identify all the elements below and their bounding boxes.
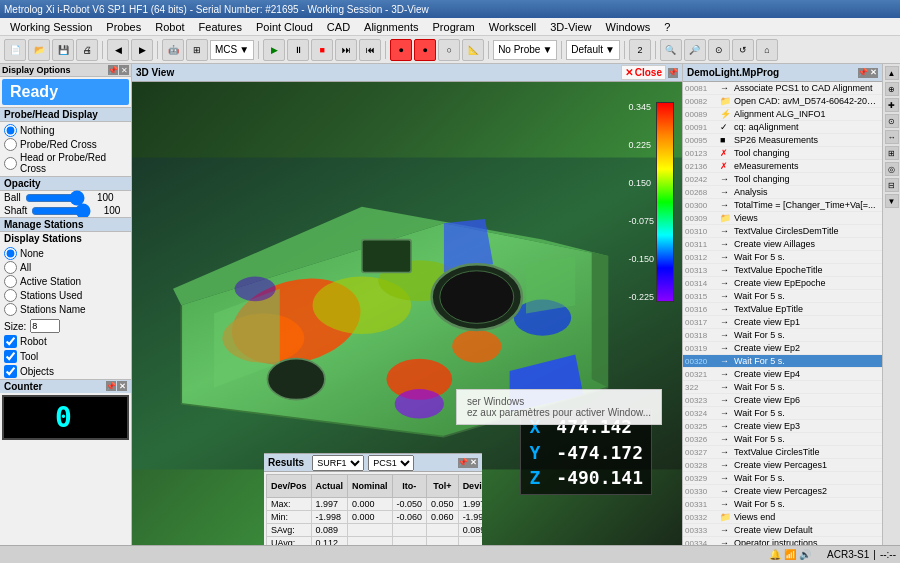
tool-check-row[interactable]: Tool — [0, 349, 131, 364]
far-right-btn-2[interactable]: ⊕ — [885, 82, 899, 96]
menu-help[interactable]: ? — [658, 20, 676, 34]
toolbar-circle[interactable]: ○ — [438, 39, 460, 61]
program-list[interactable]: 00081 → Associate PCS1 to CAD Alignment … — [683, 82, 882, 563]
far-right-btn-6[interactable]: ⊞ — [885, 146, 899, 160]
far-right-btn-9[interactable]: ▼ — [885, 194, 899, 208]
menu-working-session[interactable]: Working Session — [4, 20, 98, 34]
prog-row-00324[interactable]: 00324 → Wait For 5 s. — [683, 407, 882, 420]
shaft-slider[interactable] — [31, 207, 91, 215]
objects-checkbox[interactable] — [4, 365, 17, 378]
toolbar-mcs-dropdown[interactable]: MCS ▼ — [210, 40, 254, 60]
prog-row-00329[interactable]: 00329 → Wait For 5 s. — [683, 472, 882, 485]
prog-row-00089[interactable]: 00089 ⚡ Alignment ALG_INFO1 — [683, 108, 882, 121]
prog-row-00313[interactable]: 00313 → TextValue EpocheTitle — [683, 264, 882, 277]
toolbar-view2[interactable]: 🔎 — [684, 39, 706, 61]
probe-option-nothing[interactable]: Nothing — [4, 124, 127, 137]
toolbar-back[interactable]: ◀ — [107, 39, 129, 61]
prog-row-322[interactable]: 322 → Wait For 5 s. — [683, 381, 882, 394]
prog-row-00082[interactable]: 00082 📁 Open CAD: avM_D574-60642-208-... — [683, 95, 882, 108]
results-pcs-select[interactable]: PCS1 — [368, 455, 414, 471]
prog-row-00123[interactable]: 00123 ✗ Tool changing — [683, 147, 882, 160]
menu-windows[interactable]: Windows — [600, 20, 657, 34]
prog-row-00091[interactable]: 00091 ✓ cq: aqAlignment — [683, 121, 882, 134]
far-right-btn-7[interactable]: ◎ — [885, 162, 899, 176]
menu-features[interactable]: Features — [193, 20, 248, 34]
prog-row-00312[interactable]: 00312 → Wait For 5 s. — [683, 251, 882, 264]
probe-dropdown[interactable]: No Probe ▼ — [493, 40, 557, 60]
prog-row-00081[interactable]: 00081 → Associate PCS1 to CAD Alignment — [683, 82, 882, 95]
prog-row-00320-active[interactable]: 00320 → Wait For 5 s. — [683, 355, 882, 368]
prog-row-00095[interactable]: 00095 ■ SP26 Measurements — [683, 134, 882, 147]
prog-row-00310[interactable]: 00310 → TextValue CirclesDemTitle — [683, 225, 882, 238]
toolbar-rewind[interactable]: ⏮ — [359, 39, 381, 61]
toolbar-print[interactable]: 🖨 — [76, 39, 98, 61]
prog-row-00333[interactable]: 00333 → Create view Default — [683, 524, 882, 537]
probe-option-head[interactable]: Head or Probe/Red Cross — [4, 152, 127, 174]
menu-workscell[interactable]: Workscell — [483, 20, 542, 34]
prog-row-00330[interactable]: 00330 → Create view Percages2 — [683, 485, 882, 498]
toolbar-counter[interactable]: 2 — [629, 39, 651, 61]
prog-close[interactable]: ✕ — [868, 68, 878, 78]
station-name[interactable]: Stations Name — [4, 303, 127, 316]
toolbar-red1[interactable]: ● — [390, 39, 412, 61]
toolbar-stop[interactable]: ■ — [311, 39, 333, 61]
robot-checkbox[interactable] — [4, 335, 17, 348]
toolbar-forward[interactable]: ▶ — [131, 39, 153, 61]
far-right-btn-4[interactable]: ⊙ — [885, 114, 899, 128]
menu-robot[interactable]: Robot — [149, 20, 190, 34]
left-panel-close[interactable]: ✕ — [119, 65, 129, 75]
far-right-btn-1[interactable]: ▲ — [885, 66, 899, 80]
counter-close[interactable]: ✕ — [117, 381, 127, 391]
station-active[interactable]: Active Station — [4, 275, 127, 288]
prog-row-00268[interactable]: 00268 → Analysis — [683, 186, 882, 199]
results-feature-select[interactable]: SURF1 — [312, 455, 364, 471]
prog-row-00314[interactable]: 00314 → Create view EpEpoche — [683, 277, 882, 290]
station-used[interactable]: Stations Used — [4, 289, 127, 302]
toolbar-step[interactable]: ⏭ — [335, 39, 357, 61]
prog-row-00327[interactable]: 00327 → TextValue CirclesTitle — [683, 446, 882, 459]
far-right-btn-3[interactable]: ✚ — [885, 98, 899, 112]
station-none[interactable]: None — [4, 247, 127, 260]
prog-row-00316[interactable]: 00316 → TextValue EpTitle — [683, 303, 882, 316]
toolbar-home[interactable]: ⌂ — [756, 39, 778, 61]
prog-row-02136[interactable]: 02136 ✗ eMeasurements — [683, 160, 882, 173]
toolbar-rotate[interactable]: ↺ — [732, 39, 754, 61]
toolbar-pause[interactable]: ⏸ — [287, 39, 309, 61]
prog-row-00242[interactable]: 00242 → Tool changing — [683, 173, 882, 186]
robot-check-row[interactable]: Robot — [0, 334, 131, 349]
menu-program[interactable]: Program — [427, 20, 481, 34]
prog-row-00321[interactable]: 00321 → Create view Ep4 — [683, 368, 882, 381]
toolbar-save[interactable]: 💾 — [52, 39, 74, 61]
menu-3dview[interactable]: 3D-View — [544, 20, 597, 34]
menu-cad[interactable]: CAD — [321, 20, 356, 34]
prog-row-00309[interactable]: 00309 📁 Views — [683, 212, 882, 225]
toolbar-new[interactable]: 📄 — [4, 39, 26, 61]
toolbar-coord[interactable]: ⊞ — [186, 39, 208, 61]
prog-row-00325[interactable]: 00325 → Create view Ep3 — [683, 420, 882, 433]
counter-pin[interactable]: 📌 — [106, 381, 116, 391]
objects-check-row[interactable]: Objects — [0, 364, 131, 379]
left-panel-pin[interactable]: 📌 — [108, 65, 118, 75]
prog-row-00317[interactable]: 00317 → Create view Ep1 — [683, 316, 882, 329]
prog-row-00332[interactable]: 00332 📁 Views end — [683, 511, 882, 524]
prog-row-00331[interactable]: 00331 → Wait For 5 s. — [683, 498, 882, 511]
prog-row-00311[interactable]: 00311 → Create view Aillages — [683, 238, 882, 251]
prog-row-00318[interactable]: 00318 → Wait For 5 s. — [683, 329, 882, 342]
prog-row-00300[interactable]: 00300 → TotalTime = [Changer_Time+Va[=..… — [683, 199, 882, 212]
prog-row-00328[interactable]: 00328 → Create view Percages1 — [683, 459, 882, 472]
toolbar-robot[interactable]: 🤖 — [162, 39, 184, 61]
ball-slider[interactable] — [25, 194, 85, 202]
prog-pin[interactable]: 📌 — [858, 68, 868, 78]
results-pin[interactable]: 📌 — [458, 458, 468, 468]
prog-row-00326[interactable]: 00326 → Wait For 5 s. — [683, 433, 882, 446]
menu-pointcloud[interactable]: Point Cloud — [250, 20, 319, 34]
station-all[interactable]: All — [4, 261, 127, 274]
prog-row-00315[interactable]: 00315 → Wait For 5 s. — [683, 290, 882, 303]
view3d-pin[interactable]: 📌 — [668, 68, 678, 78]
results-close[interactable]: ✕ — [468, 458, 478, 468]
probe-option-red-cross[interactable]: Probe/Red Cross — [4, 138, 127, 151]
menu-probes[interactable]: Probes — [100, 20, 147, 34]
toolbar-view3[interactable]: ⊙ — [708, 39, 730, 61]
toolbar-red2[interactable]: ● — [414, 39, 436, 61]
default-dropdown[interactable]: Default ▼ — [566, 40, 620, 60]
